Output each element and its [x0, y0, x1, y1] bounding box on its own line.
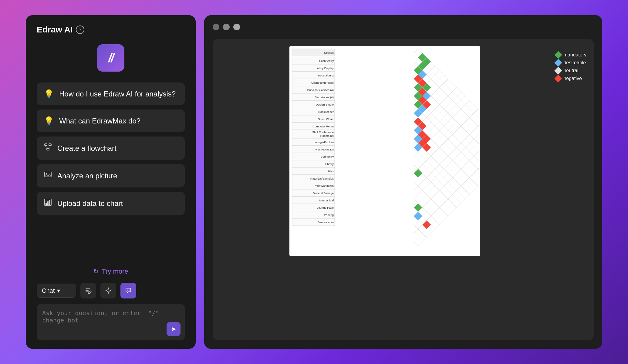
- matrix-svg: .rl { font-size: 9.5px; font-family: Ari…: [289, 46, 480, 256]
- ai-action-btn[interactable]: [120, 283, 136, 298]
- chart-icon: [44, 198, 52, 208]
- desireable-diamond: [555, 59, 562, 66]
- svg-text:Service area: Service area: [318, 221, 334, 224]
- menu-label-4: Analyze an picture: [57, 172, 117, 180]
- svg-text:General Storage: General Storage: [312, 191, 334, 195]
- try-more-label: Try more: [102, 268, 128, 275]
- menu-item-edrawmax[interactable]: 💡 What can EdrawMax do?: [37, 110, 185, 132]
- svg-text:Print/Workroom: Print/Workroom: [314, 184, 334, 187]
- svg-text:Library: Library: [325, 162, 334, 166]
- legend-neutral-label: neutral: [563, 68, 578, 73]
- svg-text:Principals' offices (4): Principals' offices (4): [307, 88, 334, 92]
- diagram-area: .rl { font-size: 9.5px; font-family: Ari…: [213, 39, 594, 340]
- app-title: Edraw AI: [37, 25, 73, 35]
- svg-text:Bookkeeper: Bookkeeper: [319, 110, 334, 113]
- svg-text:Computer Room: Computer Room: [313, 125, 334, 128]
- legend-desireable-label: desireable: [563, 60, 586, 66]
- menu-label-2: What can EdrawMax do?: [59, 117, 140, 125]
- svg-rect-7: [45, 172, 51, 177]
- svg-rect-12: [49, 200, 50, 205]
- svg-text:Lounge/Kitchen: Lounge/Kitchen: [314, 140, 334, 144]
- left-panel: Edraw AI ? // 💡 How do I use Edraw AI fo…: [26, 15, 196, 349]
- legend-mandatory: mandatory: [555, 52, 586, 58]
- svg-text:Spaces: Spaces: [324, 51, 334, 54]
- svg-text:Staff entry: Staff entry: [321, 155, 334, 158]
- menu-item-analyze-picture[interactable]: Analyze an picture: [37, 164, 185, 187]
- menu-label-5: Upload data to chart: [57, 199, 123, 208]
- menu-item-analysis[interactable]: 💡 How do I use Edraw AI for analysis?: [37, 83, 185, 105]
- negative-diamond: [555, 75, 562, 82]
- neutral-diamond: [555, 67, 562, 74]
- svg-text:Parking: Parking: [324, 213, 334, 217]
- svg-text:Receptionist: Receptionist: [318, 74, 334, 77]
- try-more-btn[interactable]: ↻ Try more: [37, 268, 185, 275]
- left-header: Edraw AI ?: [37, 25, 185, 35]
- bulb-icon-1: 💡: [44, 89, 54, 99]
- menu-item-upload-chart[interactable]: Upload data to chart: [37, 192, 185, 215]
- window-dot-3[interactable]: [233, 24, 240, 30]
- window-controls: [213, 24, 594, 30]
- svg-text:Client conference: Client conference: [311, 81, 334, 84]
- mandatory-diamond: [555, 51, 562, 59]
- svg-rect-2: [47, 148, 49, 150]
- edit-icon-btn[interactable]: [80, 283, 96, 298]
- svg-rect-14: [86, 290, 89, 291]
- chat-label: Chat: [42, 287, 55, 294]
- main-container: Edraw AI ? // 💡 How do I use Edraw AI fo…: [26, 15, 602, 349]
- help-icon[interactable]: ?: [76, 25, 84, 34]
- matrix-wrap: .rl { font-size: 9.5px; font-family: Ari…: [220, 46, 549, 256]
- svg-rect-0: [45, 144, 47, 146]
- svg-point-17: [129, 290, 130, 291]
- legend-desireable: desireable: [555, 60, 586, 66]
- legend-neutral: neutral: [555, 68, 586, 73]
- menu-list: 💡 How do I use Edraw AI for analysis? 💡 …: [37, 83, 185, 262]
- svg-text:Lobby/Display: Lobby/Display: [316, 66, 334, 70]
- chevron-down-icon: ▾: [57, 287, 60, 294]
- bulb-icon-2: 💡: [44, 116, 54, 126]
- send-button[interactable]: ➤: [167, 322, 181, 336]
- chat-input-area: ➤: [37, 304, 185, 340]
- row-labels: Client entry Lobby/Display Receptionist …: [292, 57, 335, 226]
- svg-text:Restrooms (2): Restrooms (2): [316, 148, 334, 151]
- legend-negative-label: negative: [563, 76, 582, 81]
- svg-text:Files: Files: [328, 170, 334, 173]
- menu-label-1: How do I use Edraw AI for analysis?: [59, 90, 176, 98]
- logo-box: //: [97, 44, 124, 72]
- legend-mandatory-label: mandatory: [563, 52, 586, 58]
- legend: mandatory desireable neutral negative: [555, 52, 586, 81]
- adjacency-matrix-svg: .rl { font-size: 9.5px; font-family: Ari…: [291, 47, 479, 254]
- svg-point-16: [127, 290, 128, 291]
- svg-rect-10: [46, 203, 47, 205]
- picture-icon: [44, 171, 52, 181]
- logo-text: //: [108, 51, 113, 65]
- svg-rect-13: [86, 288, 90, 289]
- svg-text:Design Studio: Design Studio: [316, 103, 334, 106]
- chat-select[interactable]: Chat ▾: [37, 284, 76, 298]
- diagram-card: .rl { font-size: 9.5px; font-family: Ari…: [213, 39, 594, 340]
- svg-text:Spec. Writer: Spec. Writer: [318, 117, 334, 121]
- svg-text:Client entry: Client entry: [319, 59, 334, 62]
- menu-item-flowchart[interactable]: Create a flowchart: [37, 136, 185, 160]
- svg-text:Mechanical: Mechanical: [319, 199, 334, 202]
- svg-rect-1: [49, 144, 51, 146]
- svg-text:Secretaries (4): Secretaries (4): [315, 96, 334, 99]
- legend-negative: negative: [555, 76, 586, 81]
- svg-text:Staff Conference: Staff Conference: [312, 130, 334, 134]
- svg-text:Materials/Samples: Materials/Samples: [310, 177, 334, 180]
- window-dot-1[interactable]: [213, 24, 219, 30]
- flowchart-icon: [44, 143, 52, 153]
- right-panel: .rl { font-size: 9.5px; font-family: Ari…: [204, 15, 602, 349]
- window-dot-2[interactable]: [223, 24, 230, 30]
- refresh-icon: ↻: [93, 268, 99, 275]
- svg-text:Lounge Patio: Lounge Patio: [317, 206, 334, 209]
- menu-label-3: Create a flowchart: [57, 144, 116, 153]
- svg-text:Rooms (2): Rooms (2): [320, 134, 334, 137]
- sparkle-icon-btn[interactable]: [100, 283, 116, 298]
- svg-rect-11: [47, 201, 49, 205]
- chat-input[interactable]: [42, 309, 166, 331]
- logo-area: //: [37, 44, 185, 72]
- bottom-bar: Chat ▾: [37, 283, 185, 298]
